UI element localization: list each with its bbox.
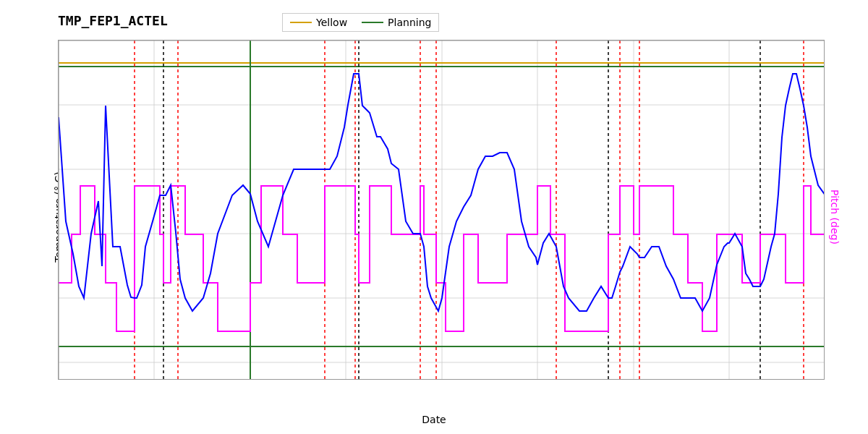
planning-legend-line (362, 22, 383, 23)
legend-yellow: Yellow (290, 17, 347, 28)
chart-container: TMP_FEP1_ACTEL Yellow Planning Temperatu… (0, 0, 868, 434)
yellow-legend-line (290, 22, 312, 23)
plot-area: 0 10 20 30 40 180 160 140 120 100 80 60 … (58, 40, 825, 380)
legend: Yellow Planning (282, 13, 439, 32)
x-label: Date (422, 414, 446, 425)
chart-title: TMP_FEP1_ACTEL (58, 13, 168, 28)
legend-planning: Planning (362, 17, 431, 28)
y-right-label: Pitch (deg) (829, 190, 841, 244)
yellow-legend-label: Yellow (316, 17, 347, 28)
planning-legend-label: Planning (388, 17, 431, 28)
